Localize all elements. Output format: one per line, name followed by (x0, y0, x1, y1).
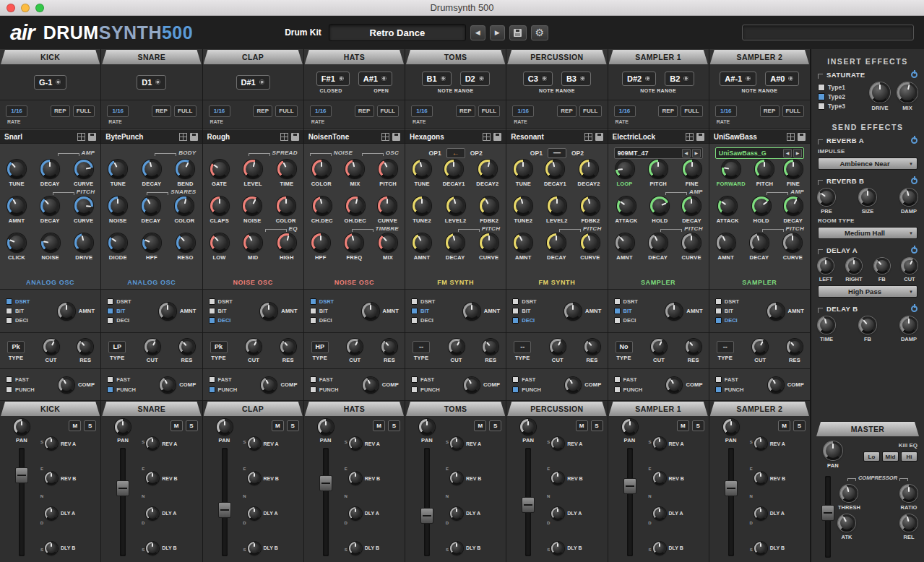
hold-knob[interactable] (650, 196, 669, 215)
dly-b-send-knob[interactable] (45, 542, 58, 555)
mute-button[interactable]: M (373, 420, 385, 431)
amnt-knob[interactable] (413, 233, 431, 252)
filter-type-button[interactable]: LP (108, 341, 126, 353)
decay2-knob[interactable] (579, 160, 598, 178)
preset-save-icon[interactable] (88, 133, 96, 141)
rep-button[interactable]: REP (51, 105, 70, 117)
preset-save-icon[interactable] (291, 133, 299, 141)
decay-knob[interactable] (784, 196, 803, 215)
type3-checkbox[interactable] (818, 103, 825, 110)
preset-bar[interactable]: Snarl (0, 129, 100, 144)
comp-knob[interactable] (666, 377, 682, 393)
checkbox[interactable] (209, 298, 215, 305)
volume-fader[interactable] (728, 448, 734, 556)
full-button[interactable]: FULL (681, 105, 702, 117)
dly-b-send-knob[interactable] (349, 542, 362, 555)
level-knob[interactable] (243, 160, 262, 178)
reverb-a-power-button[interactable] (911, 137, 917, 144)
sample-next-button[interactable]: ▶ (692, 149, 701, 157)
note-button[interactable]: G-1 (34, 75, 66, 90)
preset-bar[interactable]: NoisenTone (304, 129, 405, 144)
size-knob[interactable] (859, 189, 876, 206)
volume-fader[interactable] (222, 448, 228, 556)
preset-save-icon[interactable] (493, 133, 501, 141)
checkbox[interactable] (411, 298, 418, 305)
curve-knob[interactable] (74, 196, 93, 215)
fine-knob[interactable] (683, 160, 701, 178)
op-routing-button[interactable]: ← (446, 148, 465, 158)
degrade-amount-knob[interactable] (260, 303, 277, 320)
dly-b-send-knob[interactable] (146, 542, 159, 555)
checkbox[interactable] (512, 376, 519, 383)
dly-b-send-knob[interactable] (653, 542, 666, 555)
mute-button[interactable]: M (778, 420, 790, 431)
decay-knob[interactable] (446, 233, 465, 252)
op-routing-button[interactable]: — (548, 148, 566, 158)
rep-button[interactable]: REP (760, 105, 780, 117)
checkbox[interactable] (411, 317, 418, 324)
checkbox[interactable] (209, 386, 215, 393)
curve-knob[interactable] (480, 233, 498, 252)
degrade-deci-toggle[interactable]: DECI (411, 317, 459, 324)
delay-b-power-button[interactable] (911, 306, 917, 312)
rev-b-send-knob[interactable] (349, 472, 362, 485)
checkbox[interactable] (512, 298, 519, 305)
time-knob[interactable] (818, 316, 835, 334)
preset-save-icon[interactable] (190, 133, 198, 141)
solo-button[interactable]: S (692, 420, 704, 431)
kit-next-button[interactable]: ▶ (490, 25, 505, 40)
pan-knob[interactable] (115, 419, 131, 435)
dly-b-send-knob[interactable] (248, 542, 261, 555)
pitch-knob[interactable] (649, 160, 668, 178)
tune2-knob[interactable] (413, 196, 431, 215)
kill-eq-lo-button[interactable]: Lo (863, 451, 880, 462)
sample-next-button[interactable]: ▶ (793, 149, 802, 157)
rev-a-send-knob[interactable] (146, 437, 159, 450)
checkbox[interactable] (512, 317, 519, 324)
tune-knob[interactable] (7, 160, 26, 178)
hpf-knob[interactable] (142, 233, 161, 252)
forward-knob[interactable] (722, 160, 741, 178)
punch-toggle[interactable]: PUNCH (209, 386, 256, 393)
comp-knob[interactable] (565, 377, 581, 393)
rev-b-send-knob[interactable] (248, 472, 261, 485)
comp-knob[interactable] (768, 377, 784, 393)
checkbox[interactable] (614, 317, 621, 324)
filter-type-button[interactable]: -- (514, 341, 531, 353)
rep-button[interactable]: REP (456, 105, 475, 117)
full-button[interactable]: FULL (174, 105, 196, 117)
degrade-amount-knob[interactable] (665, 303, 683, 320)
checkbox[interactable] (107, 386, 113, 393)
sample-select[interactable]: UniSawBass_G◀▶ (715, 147, 804, 159)
degrade-dsrt-toggle[interactable]: DSRT (107, 298, 155, 305)
degrade-dsrt-toggle[interactable]: DSRT (411, 298, 459, 305)
dly-a-send-knob[interactable] (551, 507, 564, 520)
cut-knob[interactable] (902, 258, 917, 274)
color-knob[interactable] (312, 160, 331, 178)
saturate-power-button[interactable] (911, 72, 917, 78)
filter-cut-knob[interactable] (651, 339, 667, 355)
degrade-bit-toggle[interactable]: BIT (512, 308, 560, 314)
solo-button[interactable]: S (388, 420, 400, 431)
dly-a-send-knob[interactable] (450, 507, 463, 520)
filter-res-knob[interactable] (787, 339, 803, 355)
fast-toggle[interactable]: FAST (512, 376, 559, 383)
solo-button[interactable]: S (591, 420, 603, 431)
preset-bar[interactable]: Rough (203, 129, 303, 144)
minimize-button[interactable] (21, 4, 30, 12)
attack-knob[interactable] (617, 196, 636, 215)
sample-prev-button[interactable]: ◀ (682, 149, 691, 157)
degrade-bit-toggle[interactable]: BIT (107, 308, 155, 314)
rep-button[interactable]: REP (355, 105, 374, 117)
drive-knob[interactable] (74, 233, 93, 252)
decay-knob[interactable] (142, 196, 160, 215)
note-button[interactable]: B3 (561, 72, 591, 86)
fader-handle[interactable] (218, 502, 231, 518)
preset-save-icon[interactable] (798, 133, 806, 141)
rev-b-send-knob[interactable] (754, 472, 767, 485)
rev-b-send-knob[interactable] (653, 472, 666, 485)
degrade-amount-knob[interactable] (362, 303, 379, 320)
punch-toggle[interactable]: PUNCH (6, 386, 53, 393)
zoom-button[interactable] (35, 4, 44, 12)
mix-knob[interactable] (897, 82, 917, 103)
